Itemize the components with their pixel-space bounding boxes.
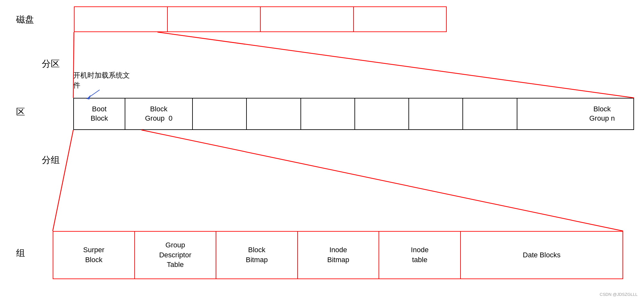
group-descriptor-cell: GroupDescriptorTable [135, 232, 217, 279]
group-descriptor-label: GroupDescriptorTable [159, 240, 191, 270]
svg-line-2 [53, 130, 73, 231]
boot-block-label: BootBlock [91, 105, 108, 123]
mid-cell-6 [463, 99, 517, 129]
mid-cell-2 [247, 99, 301, 129]
block-group-n-cell: BlockGroup n [571, 99, 633, 129]
partition-row: BootBlock BlockGroup 0 BlockGroup n [73, 98, 634, 130]
boot-block-cell: BootBlock [74, 99, 125, 129]
svg-line-3 [141, 130, 623, 231]
block-bitmap-label: BlockBitmap [246, 245, 268, 265]
watermark: CSDN @JDSZGLLL [600, 292, 638, 297]
disk-cell-2 [168, 7, 261, 31]
component-label: 组 [16, 247, 25, 259]
inode-table-label: Inodetable [411, 245, 429, 265]
svg-line-4 [87, 90, 100, 99]
block-group-0-cell: BlockGroup 0 [125, 99, 193, 129]
mid-cell-7 [517, 99, 571, 129]
disk-cell-4 [354, 7, 446, 31]
page-container: 磁盘 分区 区 分组 组 开机时加载系统文 件 BootBlock BlockG… [0, 0, 644, 300]
date-blocks-cell: Date Blocks [461, 232, 622, 279]
date-blocks-label: Date Blocks [523, 250, 560, 260]
inode-bitmap-label: InodeBitmap [327, 245, 349, 265]
block-bitmap-cell: BlockBitmap [216, 232, 298, 279]
inode-table-cell: Inodetable [379, 232, 461, 279]
zone-label: 区 [16, 106, 25, 118]
mid-cell-4 [355, 99, 409, 129]
mid-cell-3 [301, 99, 355, 129]
middle-cells [193, 99, 571, 129]
block-group-0-label: BlockGroup 0 [145, 105, 173, 123]
surper-block-label: SurperBlock [83, 245, 104, 265]
group-row: SurperBlock GroupDescriptorTable BlockBi… [53, 231, 623, 279]
block-group-n-label: BlockGroup n [589, 105, 615, 123]
boot-annotation-line1: 开机时加载系统文 [73, 71, 130, 81]
boot-annotation: 开机时加载系统文 件 [73, 71, 130, 90]
inode-bitmap-cell: InodeBitmap [298, 232, 380, 279]
disk-cell-1 [75, 7, 168, 31]
group-label: 分组 [42, 154, 60, 166]
disk-row [74, 6, 447, 32]
disk-label: 磁盘 [16, 13, 34, 26]
mid-cell-5 [409, 99, 463, 129]
mid-cell-1 [193, 99, 247, 129]
surper-block-cell: SurperBlock [53, 232, 135, 279]
disk-cell-3 [261, 7, 354, 31]
partition-label: 分区 [42, 58, 60, 70]
boot-annotation-line2: 件 [73, 81, 130, 90]
svg-line-1 [157, 32, 634, 98]
